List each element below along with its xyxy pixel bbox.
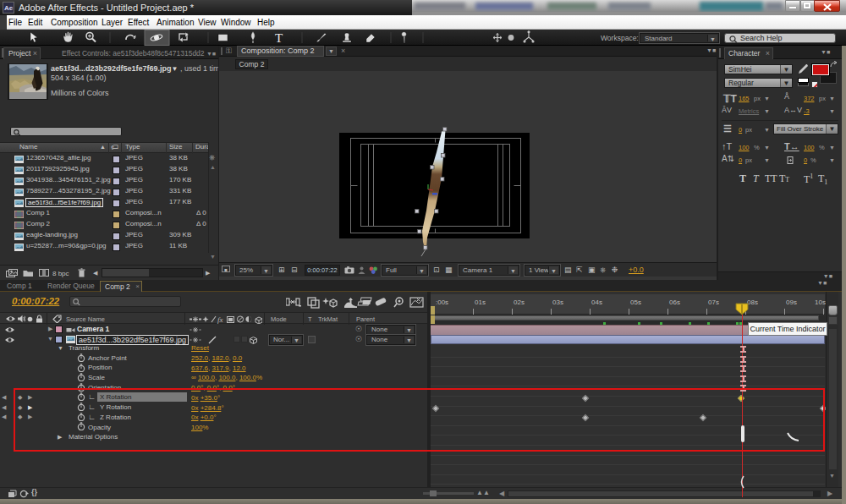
svg-text:fx: fx <box>217 315 223 324</box>
svg-text:T: T <box>275 31 283 45</box>
